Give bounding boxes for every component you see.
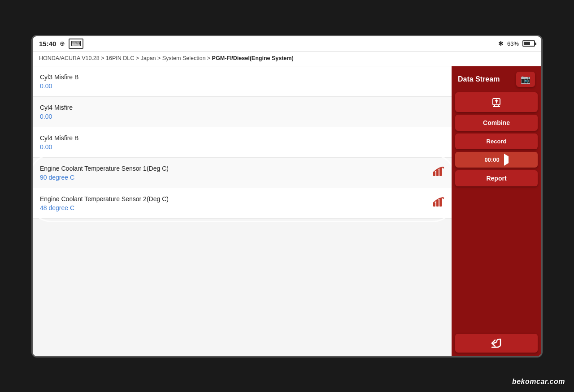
timer-display: 00:00 [484,156,499,163]
status-bar: 15:40 ⊕ ⌨ ✱ 63% [33,36,541,52]
keyboard-icon: ⌨ [69,39,83,49]
highlighted-group: Engine Coolant Temperature Sensor 1(Deg … [33,158,452,219]
sensor-name: Cyl4 Misfire B [40,134,444,142]
export-button[interactable] [455,92,538,112]
sidebar-header: Data Stream 📷 [455,70,538,90]
data-list[interactable]: Cyl3 Misfire B 0.00 Cyl4 Misfire 0.00 Cy… [33,66,452,356]
battery-icon [522,40,535,47]
record-button[interactable]: Record [455,134,538,149]
data-stream-title: Data Stream [458,75,500,83]
breadcrumb-path: HONDA/ACURA V10.28 > 16PIN DLC > Japan >… [39,55,212,61]
table-row[interactable]: Engine Coolant Temperature Sensor 1(Deg … [33,158,452,188]
back-button[interactable] [455,334,538,353]
camera-button[interactable]: 📷 [516,72,535,87]
timer-button[interactable]: 00:00 [455,152,538,168]
sensor-value: 48 degree C [40,204,444,211]
sensor-name: Cyl4 Misfire [40,104,444,111]
wifi-icon: ⊕ [60,40,65,47]
watermark: bekomcar.com [512,378,565,386]
sensor-value: 90 degree C [40,174,444,181]
battery-percent: 63% [507,40,519,47]
svg-rect-5 [439,198,442,207]
chart-icon[interactable] [433,197,444,210]
table-row[interactable]: Cyl4 Misfire 0.00 [33,97,452,127]
sensor-value: 0.00 [40,143,444,151]
sidebar: Data Stream 📷 Combine Record 00:00 [452,66,541,356]
svg-rect-1 [436,169,439,176]
combine-button[interactable]: Combine [455,115,538,131]
sensor-value: 0.00 [40,82,444,90]
play-triangle [504,154,509,166]
sensor-value: 0.00 [40,113,444,120]
main-area: Cyl3 Misfire B 0.00 Cyl4 Misfire 0.00 Cy… [33,66,541,356]
svg-rect-4 [436,200,439,207]
sensor-name: Engine Coolant Temperature Sensor 1(Deg … [40,165,444,172]
sensor-name: Engine Coolant Temperature Sensor 2(Deg … [40,195,444,202]
chart-icon[interactable] [433,167,444,179]
report-button[interactable]: Report [455,170,538,186]
table-row[interactable]: Engine Coolant Temperature Sensor 2(Deg … [33,188,452,219]
table-row[interactable]: Cyl4 Misfire B 0.00 [33,127,452,158]
svg-rect-2 [439,168,442,176]
play-icon[interactable] [504,156,509,163]
device-frame: 15:40 ⊕ ⌨ ✱ 63% HONDA/ACURA V10.28 > 16P… [31,35,543,358]
breadcrumb: HONDA/ACURA V10.28 > 16PIN DLC > Japan >… [33,52,541,67]
breadcrumb-current: PGM-FI/Diesel(Engine System) [212,55,294,61]
status-time: 15:40 [39,40,56,47]
bluetooth-icon: ✱ [498,40,504,47]
sensor-name: Cyl3 Misfire B [40,73,444,81]
table-row[interactable]: Cyl3 Misfire B 0.00 [33,66,452,97]
record-row: Record [455,134,538,149]
timer-row: 00:00 [455,152,538,168]
